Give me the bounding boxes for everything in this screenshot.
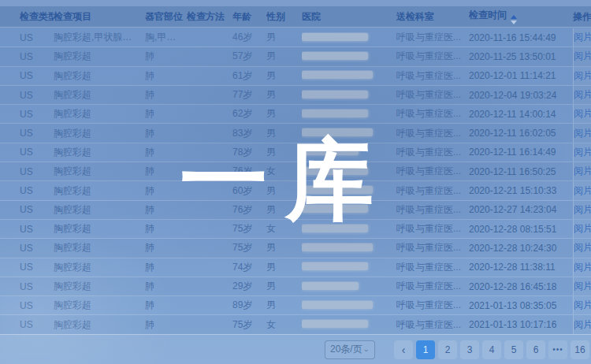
column-header-check_time[interactable]: 检查时间 xyxy=(469,9,573,24)
view-film-link[interactable]: 阅片 xyxy=(574,31,591,44)
cell-hospital xyxy=(302,90,396,101)
column-header-organ: 器官部位 xyxy=(145,10,187,24)
cell-hospital xyxy=(302,185,396,196)
cell-department: 呼吸与重症医... xyxy=(396,107,469,121)
cell-check_type: US xyxy=(20,51,54,62)
page-size-select[interactable]: 20条/页 ⌄ xyxy=(325,340,375,359)
view-film-link[interactable]: 阅片 xyxy=(574,261,591,274)
table-row: US胸腔彩超肺75岁女呼吸与重症医...2020-12-28 08:15:51阅… xyxy=(0,220,591,239)
cell-organ: 肺 xyxy=(145,280,187,293)
cell-department: 呼吸与重症医... xyxy=(396,261,469,274)
cell-department: 呼吸与重症医... xyxy=(396,203,469,217)
page-button-5[interactable]: 5 xyxy=(504,340,523,359)
view-film-link[interactable]: 阅片 xyxy=(574,88,591,102)
cell-organ: 肺 xyxy=(145,50,187,63)
cell-organ: 肺 xyxy=(145,203,187,217)
view-film-link[interactable]: 阅片 xyxy=(574,241,591,254)
cell-check_item: 胸腔彩超 xyxy=(54,280,145,293)
table-row: US胸腔彩超肺75岁女呼吸与重症医...2021-01-13 10:17:16阅… xyxy=(0,315,591,334)
cell-check_item: 胸腔彩超 xyxy=(54,165,145,178)
table-row: US胸腔彩超肺29岁男呼吸与重症医...2020-12-28 16:45:18阅… xyxy=(0,277,591,296)
view-film-link[interactable]: 阅片 xyxy=(574,318,591,332)
cell-department: 呼吸与重症医... xyxy=(396,280,469,293)
view-film-link[interactable]: 阅片 xyxy=(574,146,591,159)
cell-action: 阅片 xyxy=(573,86,591,104)
view-film-link[interactable]: 阅片 xyxy=(574,203,591,217)
page-button-16[interactable]: 16 xyxy=(571,340,589,359)
cell-check_type: US xyxy=(20,128,54,139)
cell-check_item: 胸腔彩超 xyxy=(54,184,145,198)
cell-action: 阅片 xyxy=(573,67,591,85)
sort-caret-icon[interactable] xyxy=(511,15,517,24)
column-header-label: 检查时间 xyxy=(469,9,507,20)
hospital-redacted-block xyxy=(302,33,368,41)
page-button-3[interactable]: 3 xyxy=(460,340,479,359)
table-body: US胸腔彩超,甲状腺彩超胸,甲状...46岁男呼吸与重症医...2020-11-… xyxy=(0,28,591,335)
cell-hospital xyxy=(302,70,396,81)
hospital-redacted-block xyxy=(302,110,368,117)
cell-organ: 胸,甲状... xyxy=(145,31,187,44)
cell-check_item: 胸腔彩超 xyxy=(54,107,145,121)
cell-department: 呼吸与重症医... xyxy=(396,50,469,63)
cell-age: 83岁 xyxy=(232,127,266,140)
more-pages-button[interactable]: ••• xyxy=(548,340,567,359)
cell-gender: 男 xyxy=(266,88,302,102)
cell-department: 呼吸与重症医... xyxy=(396,165,469,178)
cell-hospital xyxy=(302,281,396,292)
cell-hospital xyxy=(302,319,396,330)
hospital-redacted-block xyxy=(302,128,373,136)
cell-hospital xyxy=(302,109,396,120)
cell-organ: 肺 xyxy=(145,184,187,198)
cell-check_item: 胸腔彩超 xyxy=(54,203,145,217)
column-header-label: 检查方法 xyxy=(187,11,225,22)
cell-action: 阅片 xyxy=(573,277,591,295)
column-header-hospital: 医院 xyxy=(302,10,396,24)
cell-organ: 肺 xyxy=(145,241,187,254)
cell-organ: 肺 xyxy=(145,69,187,83)
column-header-label: 操作 xyxy=(573,11,591,22)
sort-desc-icon[interactable] xyxy=(511,20,517,24)
cell-hospital xyxy=(302,147,396,158)
column-header-label: 送检科室 xyxy=(396,11,434,22)
cell-age: 57岁 xyxy=(232,50,266,63)
cell-hospital xyxy=(302,262,396,273)
cell-check_item: 胸腔彩超,甲状腺彩超 xyxy=(54,31,145,44)
cell-organ: 肺 xyxy=(145,222,187,236)
page-button-4[interactable]: 4 xyxy=(482,340,501,359)
table-header-row: 检查类型检查项目器官部位检查方法年龄性别医院送检科室检查时间操作 xyxy=(0,6,591,28)
cell-hospital xyxy=(302,300,396,311)
page-button-2[interactable]: 2 xyxy=(438,340,457,359)
page-button-1[interactable]: 1 xyxy=(416,340,435,359)
view-film-link[interactable]: 阅片 xyxy=(574,184,591,198)
cell-check_item: 胸腔彩超 xyxy=(54,127,145,140)
prev-page-button[interactable]: ‹ xyxy=(394,340,413,359)
view-film-link[interactable]: 阅片 xyxy=(574,299,591,312)
view-film-link[interactable]: 阅片 xyxy=(574,69,591,83)
cell-check_time: 2021-01-13 08:35:05 xyxy=(469,300,573,311)
cell-action: 阅片 xyxy=(573,258,591,277)
cell-action: 阅片 xyxy=(573,239,591,257)
cell-check_time: 2020-12-28 10:24:30 xyxy=(469,243,573,254)
table-row: US胸腔彩超肺76岁女呼吸与重症医...2020-12-11 16:50:25阅… xyxy=(0,162,591,181)
hospital-redacted-block xyxy=(302,262,368,270)
view-film-link[interactable]: 阅片 xyxy=(574,165,591,178)
cell-department: 呼吸与重症医... xyxy=(396,241,469,254)
cell-check_type: US xyxy=(20,243,54,254)
view-film-link[interactable]: 阅片 xyxy=(574,50,591,63)
view-film-link[interactable]: 阅片 xyxy=(574,280,591,293)
cell-check_type: US xyxy=(20,109,54,120)
column-header-label: 器官部位 xyxy=(145,11,183,22)
cell-age: 76岁 xyxy=(232,203,266,217)
cell-action: 阅片 xyxy=(573,124,591,142)
page-button-6[interactable]: 6 xyxy=(526,340,545,359)
cell-check_type: US xyxy=(20,262,54,273)
hospital-redacted-block xyxy=(302,71,373,79)
view-film-link[interactable]: 阅片 xyxy=(574,127,591,140)
cell-check_time: 2020-12-04 19:03:24 xyxy=(469,90,573,101)
view-film-link[interactable]: 阅片 xyxy=(574,222,591,236)
cell-department: 呼吸与重症医... xyxy=(396,146,469,159)
sort-asc-icon[interactable] xyxy=(511,15,517,19)
view-film-link[interactable]: 阅片 xyxy=(574,107,591,121)
cell-action: 阅片 xyxy=(573,28,591,46)
hospital-redacted-block xyxy=(302,147,359,155)
